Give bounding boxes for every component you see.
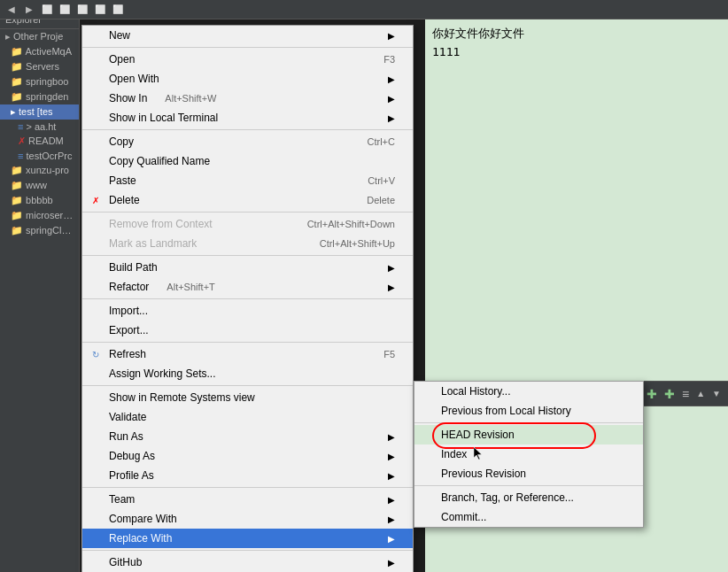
refresh-icon: ↻ [88,350,104,359]
shortcut-open: F3 [383,54,395,65]
toolbar-btn-1[interactable]: ◀ [4,2,19,18]
menu-label-remove-context: Remove from Context [109,218,213,230]
menu-item-refresh[interactable]: ↻ Refresh F5 [82,344,413,364]
sidebar-item-bbbbb[interactable]: 📁 bbbbb [0,193,79,208]
menu-item-export[interactable]: Export... [82,321,413,340]
arrow-icon-local-terminal: ▶ [388,113,395,123]
menu-item-show-remote[interactable]: Show in Remote Systems view [82,388,413,407]
menu-label-new: New [109,29,130,42]
toolbar-btn-6[interactable]: ⬜ [92,2,108,18]
menu-label-copy-qualified: Copy Qualified Name [109,155,210,167]
menu-label-run-as: Run As [109,430,143,443]
panel-btn-list[interactable]: ≡ [682,387,689,401]
submenu-label-local-history: Local History... [441,385,510,398]
menu-item-delete[interactable]: ✗ Delete Delete [82,190,413,210]
submenu-branch-tag[interactable]: Branch, Tag, or Reference... [414,488,643,507]
menu-label-export: Export... [109,324,149,336]
toolbar-btn-2[interactable]: ▶ [21,2,37,18]
menu-item-compare-with[interactable]: Compare With ▶ [82,509,413,529]
arrow-icon-team: ▶ [388,495,395,505]
sidebar-item-test[interactable]: ▸ test [tes [0,104,79,120]
submenu-separator-2 [414,485,643,486]
panel-scroll-down[interactable]: ▼ [712,389,721,398]
menu-label-mark-landmark: Mark as Landmark [109,237,197,250]
menu-label-replace-with: Replace With [109,532,172,545]
error-icon: ✗ [88,196,104,205]
menu-item-open-with[interactable]: Open With ▶ [82,69,413,89]
submenu-previous-local-history[interactable]: Previous from Local History [414,401,643,421]
sidebar-item-testocr[interactable]: ≡ testOcrPrc [0,149,79,163]
sidebar-item-aa[interactable]: ≡ > aa.ht [0,120,79,134]
shortcut-copy: Ctrl+C [368,136,395,147]
menu-item-replace-with[interactable]: Replace With ▶ [82,529,413,548]
menu-item-debug-as[interactable]: Debug As ▶ [82,446,413,466]
panel-scroll-up[interactable]: ▲ [696,389,705,398]
shortcut-show-in: Alt+Shift+W [165,93,216,104]
menu-label-open-with: Open With [109,73,159,85]
panel-btn-add2[interactable]: ✚ [664,387,675,401]
submenu-index[interactable]: Index [414,444,643,464]
sidebar-item-springboo[interactable]: 📁 springboo [0,74,79,89]
menu-item-import[interactable]: Import... [82,301,413,321]
menu-item-profile-as[interactable]: Profile As ▶ [82,466,413,485]
submenu-label-branch-tag: Branch, Tag, or Reference... [441,491,574,504]
arrow-icon-refactor: ▶ [388,282,395,292]
menu-item-copy[interactable]: Copy Ctrl+C [82,132,413,151]
separator-7 [82,385,413,386]
menu-label-show-remote: Show in Remote Systems view [109,391,255,404]
editor-content: 你好文件你好文件 1111 [425,18,728,69]
sidebar-item-springden[interactable]: 📁 springden [0,89,79,104]
sidebar-item-readme[interactable]: ✗ READM [0,134,79,149]
shortcut-refresh: F5 [383,349,395,359]
panel-btn-add[interactable]: ✚ [647,387,657,401]
sidebar-item-www[interactable]: 📁 www [0,178,79,193]
separator-1 [82,47,413,48]
editor-line-1: 你好文件你好文件 [432,25,721,43]
toolbar-btn-3[interactable]: ⬜ [39,2,55,18]
submenu-label-previous-revision: Previous Revision [441,468,526,480]
shortcut-delete: Delete [367,195,395,205]
menu-item-mark-landmark: Mark as Landmark Ctrl+Alt+Shift+Up [82,234,413,253]
menu-item-refactor[interactable]: Refactor Alt+Shift+T ▶ [82,277,413,297]
menu-label-assign-working-sets: Assign Working Sets... [109,367,216,380]
submenu-previous-revision[interactable]: Previous Revision [414,464,643,483]
separator-5 [82,298,413,299]
shortcut-mark-landmark: Ctrl+Alt+Shift+Up [320,238,395,249]
menu-item-validate[interactable]: Validate [82,407,413,427]
menu-item-open[interactable]: Open F3 [82,50,413,69]
separator-8 [82,487,413,488]
menu-item-new[interactable]: New ▶ [82,26,413,45]
menu-label-compare-with: Compare With [109,513,177,525]
submenu-commit[interactable]: Commit... [414,507,643,527]
menu-item-copy-qualified[interactable]: Copy Qualified Name [82,151,413,171]
sidebar-item-servers[interactable]: 📁 Servers [0,59,79,74]
toolbar-btn-5[interactable]: ⬜ [74,2,90,18]
menu-item-paste[interactable]: Paste Ctrl+V [82,171,413,190]
submenu-local-history[interactable]: Local History... [414,382,643,401]
menu-item-github[interactable]: GitHub ▶ [82,553,413,572]
arrow-icon-show-in: ▶ [388,94,395,104]
menu-label-team: Team [109,493,135,506]
submenu-head-revision[interactable]: HEAD Revision [414,425,643,444]
menu-item-assign-working-sets[interactable]: Assign Working Sets... [82,364,413,383]
menu-item-team[interactable]: Team ▶ [82,490,413,509]
separator-3 [82,212,413,213]
submenu-label-index: Index [441,448,467,460]
sidebar-item-microservice[interactable]: 📁 microservice- [0,208,79,223]
toolbar-btn-4[interactable]: ⬜ [57,2,73,18]
menu-item-run-as[interactable]: Run As ▶ [82,427,413,446]
sidebar-item-activemqa[interactable]: 📁 ActiveMqA [0,44,79,59]
separator-9 [82,550,413,551]
sidebar-item-springclound[interactable]: 📁 springClound [0,223,79,238]
sidebar-item-other-proje[interactable]: ▸ Other Proje [0,29,79,44]
menu-label-paste: Paste [109,174,136,187]
menu-item-show-local-terminal[interactable]: Show in Local Terminal ▶ [82,108,413,128]
shortcut-paste: Ctrl+V [368,175,395,186]
context-menu: New ▶ Open F3 Open With ▶ Show In Alt+Sh… [81,25,414,572]
toolbar-btn-7[interactable]: ⬜ [110,2,126,18]
menu-item-build-path[interactable]: Build Path ▶ [82,258,413,277]
sidebar-item-xunzu[interactable]: 📁 xunzu-pro [0,163,79,178]
arrow-icon-github: ▶ [388,558,395,568]
separator-2 [82,129,413,130]
menu-item-show-in[interactable]: Show In Alt+Shift+W ▶ [82,89,413,108]
